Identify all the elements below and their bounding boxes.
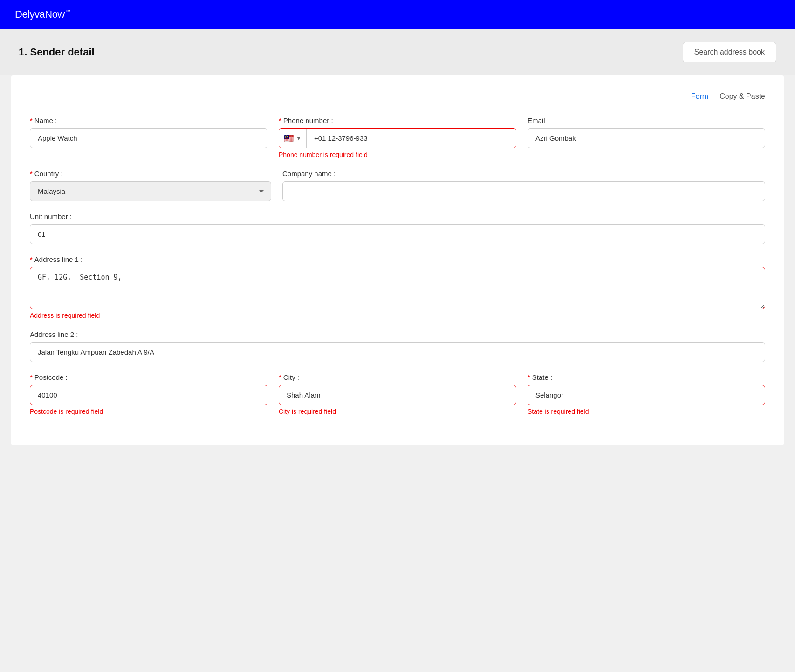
tab-form[interactable]: Form bbox=[691, 90, 708, 103]
row-name-phone-email: *Name : *Phone number : 🇲🇾 ▼ Phone numbe… bbox=[30, 117, 765, 158]
state-input[interactable] bbox=[528, 385, 765, 405]
phone-label-text: Phone number : bbox=[283, 117, 333, 124]
group-postcode: *Postcode : Postcode is required field bbox=[30, 373, 267, 415]
email-input[interactable] bbox=[528, 128, 765, 148]
row-address1: *Address line 1 : GF, 12G, Section 9, Ad… bbox=[30, 255, 765, 319]
group-city: *City : City is required field bbox=[279, 373, 516, 415]
search-address-button[interactable]: Search address book bbox=[683, 42, 776, 62]
state-required: * bbox=[528, 373, 530, 381]
postcode-label: *Postcode : bbox=[30, 373, 267, 381]
group-unit: Unit number : bbox=[30, 213, 765, 244]
group-phone: *Phone number : 🇲🇾 ▼ Phone number is req… bbox=[279, 117, 516, 158]
address1-label: *Address line 1 : bbox=[30, 255, 765, 263]
address2-label: Address line 2 : bbox=[30, 330, 765, 338]
phone-country-select[interactable]: 🇲🇾 ▼ bbox=[279, 129, 307, 148]
group-state: *State : State is required field bbox=[528, 373, 765, 415]
row-postcode-city-state: *Postcode : Postcode is required field *… bbox=[30, 373, 765, 415]
group-name: *Name : bbox=[30, 117, 267, 158]
postcode-input[interactable] bbox=[30, 385, 267, 405]
city-error-msg: City is required field bbox=[279, 408, 516, 415]
city-label-text: City : bbox=[283, 373, 299, 381]
country-select[interactable]: Malaysia Singapore Indonesia Thailand bbox=[30, 181, 271, 201]
phone-error-msg: Phone number is required field bbox=[279, 151, 516, 158]
group-company: Company name : bbox=[282, 170, 765, 201]
state-label: *State : bbox=[528, 373, 765, 381]
company-label: Company name : bbox=[282, 170, 765, 178]
address1-required: * bbox=[30, 255, 33, 263]
country-label: *Country : bbox=[30, 170, 271, 178]
name-label: *Name : bbox=[30, 117, 267, 124]
phone-chevron-icon: ▼ bbox=[296, 135, 302, 142]
unit-label: Unit number : bbox=[30, 213, 765, 220]
group-address1: *Address line 1 : GF, 12G, Section 9, Ad… bbox=[30, 255, 765, 319]
row-unit: Unit number : bbox=[30, 213, 765, 244]
row-address2: Address line 2 : bbox=[30, 330, 765, 362]
group-country: *Country : Malaysia Singapore Indonesia … bbox=[30, 170, 271, 201]
address2-input[interactable] bbox=[30, 342, 765, 362]
address1-input[interactable]: GF, 12G, Section 9, bbox=[30, 267, 765, 309]
group-address2: Address line 2 : bbox=[30, 330, 765, 362]
country-required: * bbox=[30, 170, 33, 178]
logo-text: DelyvaNow bbox=[15, 8, 65, 20]
row-country-company: *Country : Malaysia Singapore Indonesia … bbox=[30, 170, 765, 201]
country-label-text: Country : bbox=[34, 170, 63, 178]
group-email: Email : bbox=[528, 117, 765, 158]
form-container: Form Copy & Paste *Name : *Phone number … bbox=[11, 75, 784, 445]
postcode-required: * bbox=[30, 373, 33, 381]
section-header: 1. Sender detail Search address book bbox=[0, 29, 795, 75]
tab-copy-paste[interactable]: Copy & Paste bbox=[720, 90, 765, 103]
state-label-text: State : bbox=[532, 373, 552, 381]
phone-input-wrapper: 🇲🇾 ▼ bbox=[279, 128, 516, 148]
phone-number-input[interactable] bbox=[307, 129, 516, 148]
flag-my-icon: 🇲🇾 bbox=[284, 133, 294, 144]
address1-label-text: Address line 1 : bbox=[34, 255, 82, 263]
city-label: *City : bbox=[279, 373, 516, 381]
name-input[interactable] bbox=[30, 128, 267, 148]
logo-trademark: ™ bbox=[65, 8, 71, 15]
top-bar: DelyvaNow™ bbox=[0, 0, 795, 29]
postcode-error-msg: Postcode is required field bbox=[30, 408, 267, 415]
state-error-msg: State is required field bbox=[528, 408, 765, 415]
form-tabs: Form Copy & Paste bbox=[30, 90, 765, 103]
postcode-label-text: Postcode : bbox=[34, 373, 68, 381]
city-input[interactable] bbox=[279, 385, 516, 405]
logo: DelyvaNow™ bbox=[15, 8, 70, 21]
phone-label: *Phone number : bbox=[279, 117, 516, 124]
address1-error-msg: Address is required field bbox=[30, 312, 765, 319]
company-input[interactable] bbox=[282, 181, 765, 201]
unit-input[interactable] bbox=[30, 224, 765, 244]
name-required: * bbox=[30, 117, 33, 124]
section-title: 1. Sender detail bbox=[19, 46, 95, 58]
phone-required: * bbox=[279, 117, 281, 124]
name-label-text: Name : bbox=[34, 117, 57, 124]
email-label: Email : bbox=[528, 117, 765, 124]
city-required: * bbox=[279, 373, 281, 381]
